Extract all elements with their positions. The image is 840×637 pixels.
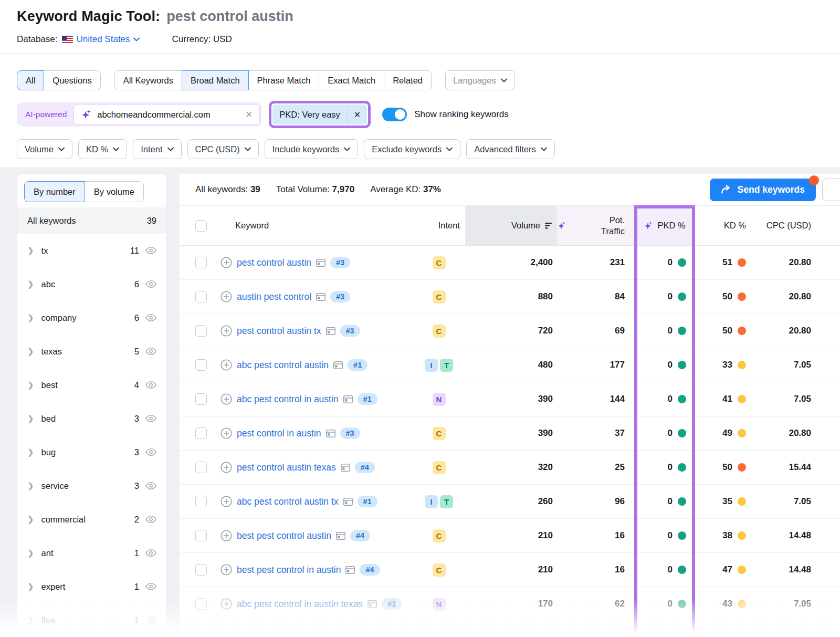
serp-features-icon[interactable]: [336, 532, 345, 540]
col-kd[interactable]: KD %: [695, 206, 753, 245]
keyword-group-item[interactable]: ❯ commercial 2: [17, 503, 166, 536]
advanced-filters-dropdown[interactable]: Advanced filters: [466, 139, 554, 159]
keyword-group-item[interactable]: ❯ company 6: [17, 301, 166, 335]
tab-phrase-match[interactable]: Phrase Match: [248, 70, 320, 90]
serp-features-icon[interactable]: [343, 498, 353, 506]
partial-edge-button[interactable]: [822, 179, 840, 201]
add-keyword-icon[interactable]: [220, 564, 232, 576]
keyword-group-item[interactable]: ❯ tx 11: [17, 234, 166, 267]
eye-icon[interactable]: [145, 247, 156, 254]
keyword-link[interactable]: pest control in austin: [237, 428, 321, 439]
kd-filter-dropdown[interactable]: KD %: [78, 139, 127, 159]
keyword-group-item[interactable]: ❯ flea 1: [17, 603, 166, 637]
add-keyword-icon[interactable]: [220, 393, 232, 405]
eye-icon[interactable]: [145, 583, 156, 590]
eye-icon[interactable]: [145, 348, 156, 355]
serp-features-icon[interactable]: [333, 361, 343, 369]
keyword-group-item[interactable]: ❯ best 4: [17, 368, 166, 402]
include-keywords-dropdown[interactable]: Include keywords: [265, 139, 358, 159]
eye-icon[interactable]: [145, 549, 156, 557]
keyword-link[interactable]: abc pest control in austin texas: [237, 599, 363, 610]
send-keywords-button[interactable]: Send keywords: [710, 179, 816, 201]
add-keyword-icon[interactable]: [220, 291, 232, 302]
domain-input[interactable]: abchomeandcommercial.com ✕: [74, 104, 260, 125]
row-checkbox[interactable]: [195, 564, 207, 576]
row-checkbox[interactable]: [195, 291, 207, 302]
sort-by-volume-tab[interactable]: By volume: [85, 181, 144, 202]
keyword-link[interactable]: pest control austin tx: [237, 326, 321, 337]
remove-pkd-filter-icon[interactable]: ✕: [348, 110, 367, 120]
serp-features-icon[interactable]: [345, 566, 355, 574]
languages-dropdown[interactable]: Languages: [445, 70, 515, 90]
row-checkbox[interactable]: [195, 462, 207, 473]
eye-icon[interactable]: [145, 314, 156, 321]
keyword-link[interactable]: best pest control austin: [237, 530, 331, 541]
serp-features-icon[interactable]: [326, 327, 335, 335]
row-checkbox[interactable]: [195, 530, 207, 541]
pkd-filter-chip[interactable]: PKD: Very easy ✕: [272, 105, 367, 124]
col-pot-traffic[interactable]: Pot. Traffic: [557, 206, 634, 245]
add-keyword-icon[interactable]: [220, 257, 232, 268]
eye-icon[interactable]: [145, 448, 156, 456]
keyword-link[interactable]: pest control austin texas: [237, 462, 336, 473]
keyword-link[interactable]: austin pest control: [237, 291, 311, 302]
add-keyword-icon[interactable]: [220, 359, 232, 371]
eye-icon[interactable]: [145, 415, 156, 422]
keyword-group-item[interactable]: ❯ bed 3: [17, 402, 166, 435]
serp-features-icon[interactable]: [368, 600, 377, 608]
eye-icon[interactable]: [145, 516, 156, 523]
exclude-keywords-dropdown[interactable]: Exclude keywords: [364, 139, 460, 159]
keyword-group-item[interactable]: ❯ expert 1: [17, 570, 166, 603]
row-checkbox[interactable]: [195, 427, 207, 439]
volume-filter-dropdown[interactable]: Volume: [17, 139, 72, 159]
row-checkbox[interactable]: [195, 598, 207, 610]
col-cpc[interactable]: CPC (USD): [753, 206, 840, 245]
add-keyword-icon[interactable]: [220, 325, 232, 337]
tab-all-keywords[interactable]: All Keywords: [114, 70, 182, 90]
row-checkbox[interactable]: [195, 359, 207, 371]
keyword-link[interactable]: abc pest control in austin: [237, 394, 339, 405]
col-keyword[interactable]: Keyword: [217, 206, 413, 245]
serp-features-icon[interactable]: [316, 293, 326, 301]
intent-filter-dropdown[interactable]: Intent: [133, 139, 181, 159]
serp-features-icon[interactable]: [326, 430, 335, 437]
keyword-link[interactable]: pest control austin: [237, 257, 311, 268]
serp-features-icon[interactable]: [343, 395, 353, 403]
select-all-checkbox[interactable]: [195, 220, 207, 232]
keyword-group-item[interactable]: ❯ abc 6: [17, 267, 166, 301]
row-checkbox[interactable]: [195, 393, 207, 405]
tab-related[interactable]: Related: [384, 70, 432, 90]
database-selector[interactable]: United States: [77, 34, 140, 45]
tab-broad-match[interactable]: Broad Match: [182, 70, 249, 90]
serp-features-icon[interactable]: [316, 259, 326, 267]
row-checkbox[interactable]: [195, 325, 207, 337]
keyword-group-item[interactable]: ❯ texas 5: [17, 335, 166, 368]
sort-by-number-tab[interactable]: By number: [24, 181, 85, 202]
tab-questions[interactable]: Questions: [44, 70, 100, 90]
eye-icon[interactable]: [145, 482, 156, 489]
keyword-link[interactable]: abc pest control austin: [237, 360, 329, 371]
all-keywords-group[interactable]: All keywords 39: [17, 207, 166, 234]
show-ranking-keywords-toggle[interactable]: [382, 108, 407, 121]
keyword-group-item[interactable]: ❯ service 3: [17, 469, 166, 503]
eye-icon[interactable]: [145, 280, 156, 288]
add-keyword-icon[interactable]: [220, 462, 232, 473]
serp-features-icon[interactable]: [341, 464, 350, 472]
col-pkd[interactable]: PKD %: [634, 206, 695, 245]
eye-icon[interactable]: [145, 617, 156, 624]
keyword-link[interactable]: abc pest control austin tx: [237, 496, 339, 507]
add-keyword-icon[interactable]: [220, 427, 232, 439]
clear-domain-icon[interactable]: ✕: [245, 109, 253, 120]
tab-exact-match[interactable]: Exact Match: [319, 70, 384, 90]
keyword-link[interactable]: best pest control in austin: [237, 565, 341, 576]
col-volume[interactable]: Volume: [465, 206, 557, 245]
row-checkbox[interactable]: [195, 496, 207, 507]
keyword-group-item[interactable]: ❯ ant 1: [17, 536, 166, 570]
col-intent[interactable]: Intent: [413, 206, 465, 245]
keyword-group-item[interactable]: ❯ bug 3: [17, 435, 166, 469]
add-keyword-icon[interactable]: [220, 496, 232, 507]
tab-all[interactable]: All: [17, 70, 44, 90]
cpc-filter-dropdown[interactable]: CPC (USD): [187, 139, 259, 159]
add-keyword-icon[interactable]: [220, 598, 232, 610]
row-checkbox[interactable]: [195, 257, 207, 268]
